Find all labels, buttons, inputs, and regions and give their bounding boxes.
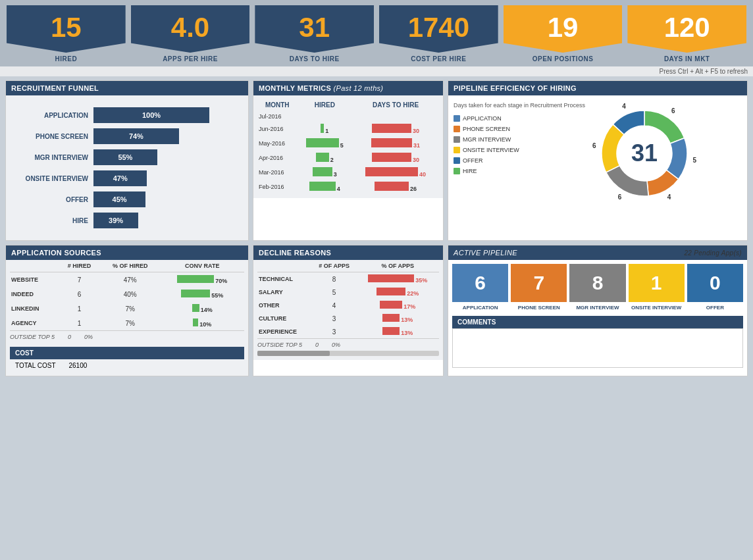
days-bar-cell: 40 — [352, 165, 439, 180]
decline-apps: 3 — [312, 312, 357, 325]
total-cost-value: 26100 — [69, 362, 88, 369]
kpi-label: DAYS TO HIRE — [290, 53, 340, 66]
source-conv: 10% — [161, 316, 244, 330]
col-days: DAYS TO HIRE — [352, 99, 439, 111]
source-hired: 1 — [59, 316, 100, 330]
month-label: Jul-2016 — [257, 111, 297, 122]
kpi-label: DAYS IN MKT — [664, 53, 710, 66]
funnel-title: RECRUITMENT FUNNEL — [6, 81, 248, 95]
decline-outside-row: OUTSIDE TOP 500% — [257, 338, 439, 348]
donut-label: 4 — [667, 193, 671, 201]
source-conv: 14% — [161, 301, 244, 316]
kpi-value: 19 — [504, 5, 623, 53]
pipeline-card-label: APPLICATION — [463, 305, 498, 311]
donut-label: 6 — [618, 193, 622, 201]
funnel-bar: 55% — [93, 149, 157, 165]
pipeline-card: 0 OFFER — [687, 264, 743, 311]
hired-bar-cell: 4 — [297, 180, 352, 194]
source-row: WEBSITE 7 47% 70% — [10, 272, 244, 288]
funnel-bar-wrap: 45% — [93, 191, 238, 207]
sources-panel: APPLICATION SOURCES # HIRED % OF HIRED C… — [5, 245, 249, 376]
monthly-panel: MONTHLY METRICS (Past 12 mths) MONTH HIR… — [253, 80, 444, 241]
month-label: Apr-2016 — [257, 151, 297, 165]
funnel-row-label: APPLICATION — [16, 112, 88, 119]
dec-outside-apps: 0 — [315, 342, 319, 348]
scrollbar[interactable] — [257, 351, 439, 356]
funnel-row: APPLICATION 100% — [16, 107, 238, 123]
decline-pct: 13% — [356, 312, 439, 325]
source-hired: 7 — [59, 272, 100, 288]
kpi-label: APPS PER HIRE — [163, 53, 218, 66]
source-hired: 6 — [59, 287, 100, 301]
pipeline-card: 8 MGR INTERVIEW — [569, 264, 625, 311]
funnel-row: ONSITE INTERVIEW 47% — [16, 170, 238, 186]
pipeline-card-label: ONSITE INTERVIEW — [631, 305, 681, 311]
cost-section: COST — [10, 347, 244, 359]
pipeline-card-value: 6 — [452, 264, 508, 302]
kpi-value: 1740 — [379, 5, 498, 53]
src-col-hired: # HIRED — [59, 260, 100, 272]
legend-color — [454, 115, 460, 122]
decline-pct: 22% — [356, 286, 439, 299]
decline-reason: OTHER — [257, 299, 312, 312]
kpi-apps-per-hire: 4.0 APPS PER HIRE — [131, 5, 250, 66]
pipeline-subtitle: Days taken for each stage in Recruitment… — [454, 102, 585, 109]
legend-label: HIRE — [463, 168, 477, 174]
dec-col-apps: # OF APPS — [312, 260, 357, 272]
legend-label: OFFER — [463, 157, 483, 164]
active-title-label: ACTIVE PIPELINE — [454, 249, 517, 257]
decline-pct: 35% — [356, 272, 439, 286]
funnel-row: MGR INTERVIEW 55% — [16, 149, 238, 165]
funnel-bar-wrap: 55% — [93, 149, 238, 165]
src-col-pct: % OF HIRED — [100, 260, 161, 272]
funnel-bar-wrap: 47% — [93, 170, 238, 186]
pipeline-card-value: 0 — [687, 264, 743, 302]
pipeline-title: PIPELINE EFFICIENCY OF HIRING — [448, 81, 747, 95]
source-label: AGENCY — [10, 316, 59, 330]
funnel-bar-wrap: 39% — [93, 213, 238, 228]
days-bar-cell: 30 — [352, 151, 439, 165]
decline-row: SALARY 5 22% — [257, 286, 439, 299]
dec-col-reason — [257, 260, 312, 272]
monthly-table: MONTH HIRED DAYS TO HIRE Jul-2016 Jun-20… — [257, 99, 439, 194]
decline-row: EXPERIENCE 3 13% — [257, 325, 439, 338]
kpi-value: 31 — [255, 5, 374, 53]
funnel-panel: RECRUITMENT FUNNEL APPLICATION 100% PHON… — [5, 80, 249, 241]
source-label: INDEED — [10, 287, 59, 301]
funnel-bar: 47% — [93, 170, 147, 186]
legend-item: APPLICATION — [454, 115, 585, 122]
pipeline-card-label: PHONE SCREEN — [518, 305, 560, 311]
outside-hired: 0 — [68, 334, 71, 340]
decline-row: OTHER 4 17% — [257, 299, 439, 312]
hired-bar-cell: 5 — [297, 136, 352, 151]
pipeline-card-value: 8 — [569, 264, 625, 302]
donut-label: 6 — [592, 142, 596, 149]
col-hired: HIRED — [297, 99, 352, 111]
monthly-row: Mar-2016 3 40 — [257, 165, 439, 180]
days-bar-cell — [352, 111, 439, 122]
days-bar-cell: 30 — [352, 122, 439, 136]
col-month: MONTH — [257, 99, 297, 111]
decline-row: TECHNICAL 8 35% — [257, 272, 439, 286]
legend-color — [454, 168, 460, 174]
source-conv: 55% — [161, 287, 244, 301]
pipeline-card: 1 ONSITE INTERVIEW — [629, 264, 685, 311]
hired-bar-cell: 2 — [297, 151, 352, 165]
sources-table: # HIRED % OF HIRED CONV RATE WEBSITE 7 4… — [10, 260, 244, 330]
legend-item: HIRE — [454, 168, 585, 174]
funnel-row: HIRE 39% — [16, 213, 238, 228]
donut-center-value: 31 — [631, 140, 658, 167]
source-pct-hired: 47% — [100, 272, 161, 288]
source-row: LINKEDIN 1 7% 14% — [10, 301, 244, 316]
hired-bar-cell — [297, 111, 352, 122]
comments-body[interactable] — [452, 328, 743, 368]
active-panel: ACTIVE PIPELINE22 Pending App(s) 6 APPLI… — [448, 245, 748, 376]
decline-reason: SALARY — [257, 286, 312, 299]
pipeline-card: 7 PHONE SCREEN — [511, 264, 567, 311]
legend-color — [454, 126, 460, 132]
funnel-row-label: MGR INTERVIEW — [16, 154, 88, 161]
kpi-label: OPEN POSITIONS — [532, 53, 594, 66]
decline-row: CULTURE 3 13% — [257, 312, 439, 325]
funnel-row: PHONE SCREEN 74% — [16, 128, 238, 144]
legend-color — [454, 147, 460, 153]
